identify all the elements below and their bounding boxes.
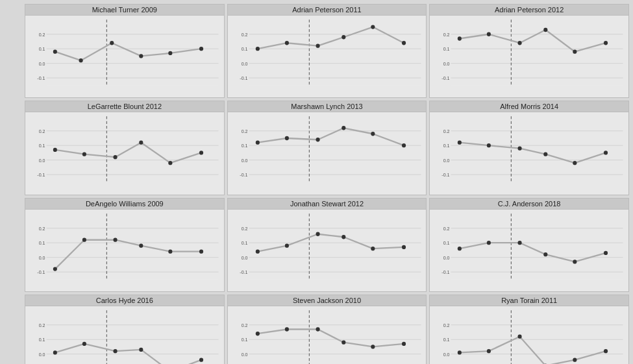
svg-text:0.1: 0.1 [443, 337, 450, 343]
chart-svg-3: 0.20.10.0-0.1 [25, 112, 224, 194]
svg-point-126 [371, 247, 375, 250]
svg-point-127 [402, 245, 406, 249]
svg-point-174 [371, 345, 375, 348]
svg-point-155 [82, 342, 86, 346]
svg-point-108 [114, 237, 118, 241]
chart-title-11: Ryan Torain 2011 [430, 295, 628, 306]
chart-title-7: Jonathan Stewart 2012 [228, 199, 427, 210]
svg-point-14 [168, 51, 172, 55]
svg-point-143 [604, 250, 608, 254]
chart-body-9: 0.20.10.0-0.1 [25, 306, 224, 364]
svg-point-95 [604, 151, 608, 155]
chart-title-6: DeAngelo Williams 2009 [25, 199, 224, 210]
svg-text:0.2: 0.2 [39, 128, 45, 134]
svg-point-125 [341, 235, 345, 239]
svg-point-188 [518, 334, 522, 338]
chart-cell-3: LeGarrette Blount 20120.20.10.0-0.1 [25, 101, 225, 195]
svg-point-138 [458, 247, 462, 250]
chart-cell-6: DeAngelo Williams 20090.20.10.0-0.1 [25, 198, 225, 292]
svg-text:0.2: 0.2 [39, 225, 45, 231]
svg-point-170 [255, 332, 259, 335]
svg-point-191 [604, 349, 608, 353]
svg-text:0.0: 0.0 [241, 254, 247, 260]
svg-text:-0.1: -0.1 [240, 75, 247, 81]
svg-text:0.2: 0.2 [39, 322, 45, 328]
svg-text:0.0: 0.0 [443, 61, 450, 67]
svg-point-43 [487, 32, 491, 36]
svg-text:-0.1: -0.1 [240, 172, 247, 178]
chart-cell-8: C.J. Anderson 20180.20.10.0-0.1 [429, 198, 629, 292]
svg-rect-32 [451, 19, 623, 85]
svg-text:0.0: 0.0 [241, 158, 247, 164]
chart-svg-7: 0.20.10.0-0.1 [228, 210, 427, 291]
chart-svg-1: 0.20.10.0-0.1 [228, 16, 427, 97]
svg-text:0.1: 0.1 [39, 337, 45, 343]
chart-cell-4: Marshawn Lynch 20130.20.10.0-0.1 [227, 101, 427, 195]
main-container: Michael Turner 20090.20.10.0-0.1Adrian P… [0, 0, 633, 364]
svg-point-78 [371, 132, 375, 136]
chart-svg-10: 0.20.10.0-0.1 [228, 306, 427, 364]
chart-cell-2: Adrian Peterson 20120.20.10.0-0.1 [429, 4, 629, 98]
svg-point-77 [341, 126, 345, 130]
svg-text:0.1: 0.1 [39, 143, 45, 149]
chart-svg-2: 0.20.10.0-0.1 [430, 16, 628, 97]
svg-text:0.2: 0.2 [443, 322, 450, 328]
chart-svg-11: 0.20.10.0-0.1 [430, 306, 628, 364]
svg-rect-96 [47, 213, 219, 279]
svg-point-157 [139, 348, 143, 352]
chart-cell-5: Alfred Morris 20140.20.10.0-0.1 [429, 101, 629, 195]
svg-text:-0.1: -0.1 [37, 269, 45, 275]
svg-point-175 [402, 342, 406, 346]
svg-text:0.2: 0.2 [443, 128, 450, 134]
svg-point-10 [53, 50, 57, 54]
svg-point-26 [255, 47, 259, 51]
svg-point-12 [110, 41, 114, 45]
svg-text:0.1: 0.1 [241, 337, 247, 343]
chart-title-5: Alfred Morris 2014 [430, 101, 628, 112]
svg-point-107 [82, 237, 86, 241]
svg-point-45 [544, 28, 548, 32]
chart-title-9: Carlos Hyde 2016 [25, 295, 224, 306]
chart-cell-10: Steven Jackson 20100.20.10.0-0.1 [227, 295, 427, 364]
svg-text:0.1: 0.1 [241, 46, 247, 52]
svg-text:-0.1: -0.1 [442, 172, 450, 178]
chart-body-7: 0.20.10.0-0.1 [228, 210, 427, 291]
chart-svg-6: 0.20.10.0-0.1 [25, 210, 224, 291]
svg-text:0.1: 0.1 [241, 240, 247, 246]
svg-text:0.1: 0.1 [241, 143, 247, 149]
svg-text:0.2: 0.2 [241, 322, 247, 328]
chart-svg-5: 0.20.10.0-0.1 [430, 112, 628, 194]
chart-body-10: 0.20.10.0-0.1 [228, 306, 427, 364]
svg-text:0.0: 0.0 [443, 254, 450, 260]
chart-cell-7: Jonathan Stewart 20120.20.10.0-0.1 [227, 198, 427, 292]
svg-point-47 [604, 41, 608, 45]
svg-text:0.0: 0.0 [241, 61, 247, 67]
chart-title-1: Adrian Peterson 2011 [228, 5, 427, 16]
svg-rect-144 [47, 310, 219, 364]
svg-point-31 [402, 41, 406, 45]
chart-title-4: Marshawn Lynch 2013 [228, 101, 427, 112]
svg-point-74 [255, 141, 259, 145]
svg-text:0.1: 0.1 [39, 240, 45, 246]
svg-point-27 [284, 41, 288, 45]
svg-point-29 [341, 35, 345, 39]
svg-point-186 [458, 350, 462, 354]
svg-point-59 [82, 152, 86, 156]
svg-point-93 [544, 152, 548, 156]
chart-body-6: 0.20.10.0-0.1 [25, 210, 224, 291]
svg-rect-112 [249, 213, 421, 279]
svg-point-30 [371, 25, 375, 29]
svg-point-60 [114, 155, 118, 159]
chart-svg-4: 0.20.10.0-0.1 [228, 112, 427, 194]
chart-title-0: Michael Turner 2009 [25, 5, 224, 16]
svg-rect-80 [451, 117, 623, 182]
svg-text:0.0: 0.0 [443, 351, 450, 357]
svg-point-44 [518, 41, 522, 45]
svg-text:0.2: 0.2 [443, 32, 450, 38]
svg-point-42 [458, 36, 462, 40]
svg-point-61 [139, 141, 143, 145]
svg-point-106 [53, 267, 57, 271]
svg-text:-0.1: -0.1 [442, 269, 450, 275]
svg-text:-0.1: -0.1 [240, 269, 247, 275]
svg-point-90 [458, 141, 462, 145]
